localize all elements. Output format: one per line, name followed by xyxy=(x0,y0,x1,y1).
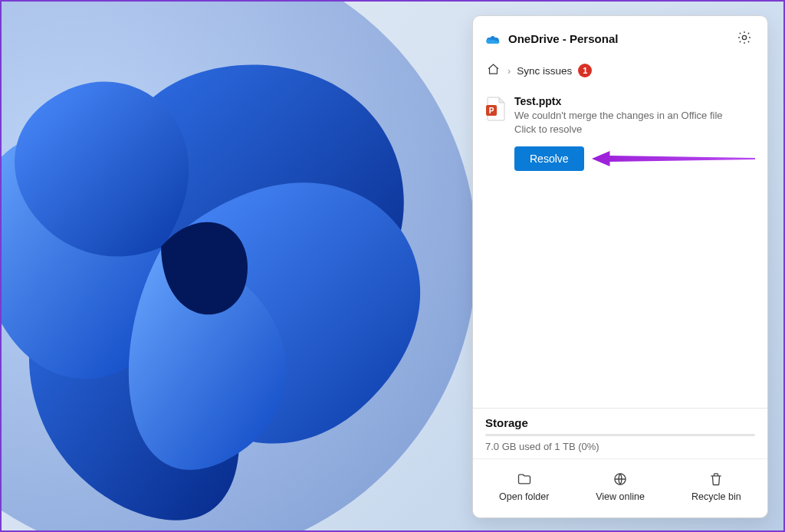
action-row: Open folder View online Recycle bin xyxy=(473,458,767,517)
recycle-bin-button[interactable]: Recycle bin xyxy=(668,465,764,508)
home-icon xyxy=(487,63,500,76)
folder-icon xyxy=(517,471,532,487)
open-folder-label: Open folder xyxy=(499,491,549,502)
panel-header: OneDrive - Personal xyxy=(473,16,767,55)
annotation-arrow xyxy=(592,149,755,168)
desktop-viewport: OneDrive - Personal › Sync issues 1 xyxy=(0,0,785,532)
svg-point-1 xyxy=(742,35,746,39)
globe-icon xyxy=(613,471,628,487)
issue-message-line1: We couldn't merge the changes in an Offi… xyxy=(514,109,755,123)
chevron-right-icon: › xyxy=(507,65,511,77)
sync-issue-item[interactable]: P Test.pptx We couldn't merge the change… xyxy=(485,90,755,182)
svg-text:P: P xyxy=(489,107,494,115)
view-online-label: View online xyxy=(596,491,645,502)
issue-file-name: Test.pptx xyxy=(514,95,755,107)
storage-bar xyxy=(485,434,755,436)
svg-marker-4 xyxy=(592,151,755,166)
panel-title: OneDrive - Personal xyxy=(508,32,726,45)
issue-message-line2: Click to resolve xyxy=(514,123,755,136)
storage-section[interactable]: Storage 7.0 GB used of 1 TB (0%) xyxy=(473,409,767,458)
recycle-bin-label: Recycle bin xyxy=(691,491,741,502)
powerpoint-file-icon: P xyxy=(485,97,505,121)
gear-icon xyxy=(737,30,752,45)
onedrive-flyout: OneDrive - Personal › Sync issues 1 xyxy=(472,15,768,518)
breadcrumb-current[interactable]: Sync issues xyxy=(517,65,572,77)
storage-heading: Storage xyxy=(485,416,755,429)
view-online-button[interactable]: View online xyxy=(572,465,668,508)
settings-button[interactable] xyxy=(734,27,755,51)
wallpaper-art xyxy=(0,0,507,532)
onedrive-cloud-icon xyxy=(485,34,501,44)
trash-icon xyxy=(708,471,724,487)
resolve-button[interactable]: Resolve xyxy=(514,146,584,171)
issue-body: Test.pptx We couldn't merge the changes … xyxy=(514,95,755,171)
breadcrumb: › Sync issues 1 xyxy=(473,55,767,89)
svg-point-0 xyxy=(0,0,477,532)
sync-issues-list: P Test.pptx We couldn't merge the change… xyxy=(473,89,767,408)
storage-text: 7.0 GB used of 1 TB (0%) xyxy=(485,441,755,452)
open-folder-button[interactable]: Open folder xyxy=(476,465,572,508)
breadcrumb-home[interactable] xyxy=(485,61,501,80)
issue-count-badge: 1 xyxy=(578,64,592,77)
